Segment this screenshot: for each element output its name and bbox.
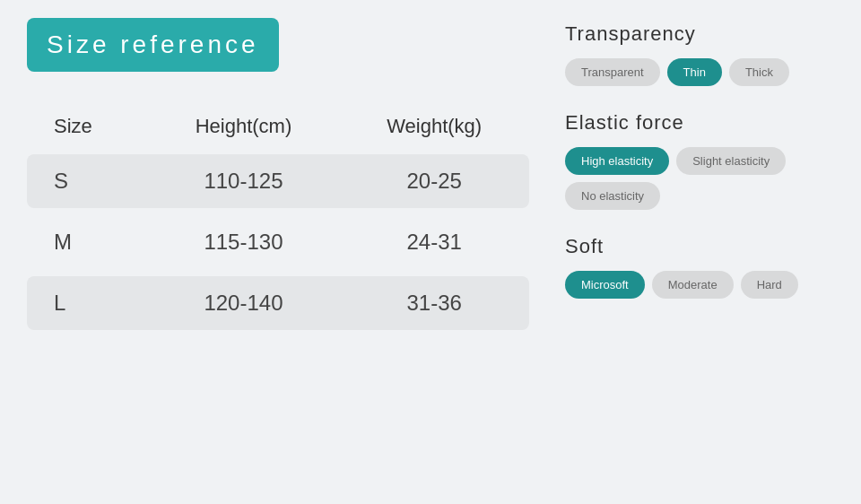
option-btn-no-elasticity[interactable]: No elasticity bbox=[565, 182, 660, 210]
option-btn-slight-elasticity[interactable]: Slight elasticity bbox=[676, 147, 786, 175]
option-btn-thick[interactable]: Thick bbox=[729, 58, 789, 86]
option-btn-high-elasticity[interactable]: High elasticity bbox=[565, 147, 669, 175]
col-header-size: Size bbox=[27, 106, 148, 147]
transparency-title: Transparency bbox=[565, 22, 834, 46]
option-btn-hard[interactable]: Hard bbox=[741, 271, 798, 299]
cell-size: M bbox=[27, 215, 148, 269]
soft-button-group: MicrosoftModerateHard bbox=[565, 271, 834, 299]
table-row: S110-12520-25 bbox=[27, 154, 529, 208]
option-btn-microsoft[interactable]: Microsoft bbox=[565, 271, 645, 299]
table-row: L120-14031-36 bbox=[27, 276, 529, 330]
option-btn-transparent[interactable]: Transparent bbox=[565, 58, 660, 86]
col-header-height: Height(cm) bbox=[148, 106, 340, 147]
soft-block: Soft MicrosoftModerateHard bbox=[565, 235, 834, 299]
table-header-row: Size Height(cm) Weight(kg) bbox=[27, 106, 529, 147]
cell-weight: 31-36 bbox=[339, 276, 529, 330]
cell-height: 110-125 bbox=[148, 154, 340, 208]
elastic-force-block: Elastic force High elasticitySlight elas… bbox=[565, 111, 834, 210]
col-header-weight: Weight(kg) bbox=[339, 106, 529, 147]
option-btn-thin[interactable]: Thin bbox=[667, 58, 722, 86]
transparency-block: Transparency TransparentThinThick bbox=[565, 22, 834, 86]
soft-title: Soft bbox=[565, 235, 834, 258]
elastic-force-title: Elastic force bbox=[565, 111, 834, 135]
table-row: M115-13024-31 bbox=[27, 215, 529, 269]
size-reference-title: Size reference bbox=[27, 18, 279, 72]
transparency-button-group: TransparentThinThick bbox=[565, 58, 834, 86]
cell-height: 115-130 bbox=[148, 215, 340, 269]
cell-weight: 20-25 bbox=[339, 154, 529, 208]
cell-size: L bbox=[27, 276, 148, 330]
left-section: Size reference Size Height(cm) Weight(kg… bbox=[27, 18, 547, 486]
cell-size: S bbox=[27, 154, 148, 208]
size-table: Size Height(cm) Weight(kg) S110-12520-25… bbox=[27, 99, 529, 337]
right-section: Transparency TransparentThinThick Elasti… bbox=[547, 18, 834, 486]
cell-height: 120-140 bbox=[148, 276, 340, 330]
elastic-button-group: High elasticitySlight elasticityNo elast… bbox=[565, 147, 834, 210]
cell-weight: 24-31 bbox=[339, 215, 529, 269]
option-btn-moderate[interactable]: Moderate bbox=[652, 271, 734, 299]
